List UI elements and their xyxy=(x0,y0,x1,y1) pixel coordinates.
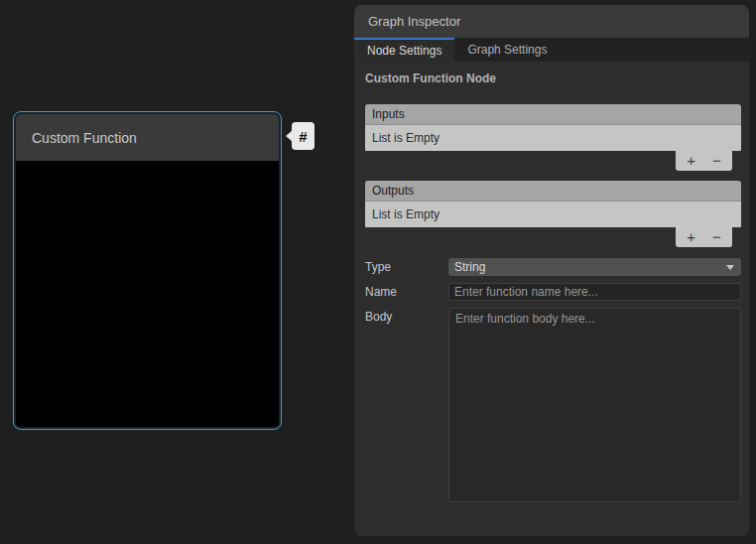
body-row: Body xyxy=(365,308,741,502)
graph-inspector-panel: Graph Inspector Node Settings Graph Sett… xyxy=(354,5,749,536)
add-icon[interactable]: + xyxy=(682,152,701,170)
hash-badge-icon[interactable]: # xyxy=(292,122,315,150)
hash-glyph: # xyxy=(299,128,307,145)
add-icon[interactable]: + xyxy=(682,228,701,246)
type-label: Type xyxy=(365,258,448,276)
custom-function-node[interactable]: Custom Function xyxy=(13,111,282,430)
inputs-list: Inputs List is Empty + − xyxy=(365,104,741,171)
function-name-input[interactable] xyxy=(448,283,741,301)
outputs-list-header-label: Outputs xyxy=(372,184,414,198)
inspector-titlebar[interactable]: Graph Inspector xyxy=(354,5,749,38)
outputs-list-empty-row: List is Empty xyxy=(365,202,741,227)
inputs-list-footer: + − xyxy=(365,151,741,171)
node-container: Custom Function xyxy=(16,114,279,427)
outputs-list-header: Outputs xyxy=(365,181,741,202)
inspector-content: Custom Function Node Inputs List is Empt… xyxy=(354,62,749,536)
remove-icon[interactable]: − xyxy=(706,152,726,170)
node-header[interactable]: Custom Function xyxy=(16,114,279,161)
type-dropdown-value: String xyxy=(454,260,485,274)
shader-graph-screen: Custom Function # Graph Inspector Node S… xyxy=(0,0,756,544)
inspector-title: Graph Inspector xyxy=(368,14,460,29)
tab-node-settings-label: Node Settings xyxy=(367,44,441,58)
tab-graph-settings[interactable]: Graph Settings xyxy=(454,38,560,62)
type-dropdown[interactable]: String xyxy=(448,258,741,276)
name-label: Name xyxy=(365,283,448,301)
node-title: Custom Function xyxy=(32,130,137,146)
body-label: Body xyxy=(365,308,448,502)
inspector-tabbar: Node Settings Graph Settings xyxy=(354,38,749,62)
tab-node-settings[interactable]: Node Settings xyxy=(354,38,454,62)
outputs-footer-box: + − xyxy=(676,227,732,247)
outputs-list-footer: + − xyxy=(365,227,741,247)
tab-graph-settings-label: Graph Settings xyxy=(467,43,547,57)
inputs-list-header: Inputs xyxy=(365,104,741,125)
type-row: Type String xyxy=(365,258,741,276)
remove-icon[interactable]: − xyxy=(706,228,726,246)
inputs-empty-label: List is Empty xyxy=(372,131,440,145)
node-body xyxy=(16,161,279,427)
inputs-list-header-label: Inputs xyxy=(372,107,405,121)
section-title: Custom Function Node xyxy=(365,71,741,85)
function-body-textarea[interactable] xyxy=(448,308,741,502)
outputs-list: Outputs List is Empty + − xyxy=(365,181,741,247)
name-row: Name xyxy=(365,283,741,301)
dropdown-arrow-icon xyxy=(726,265,734,270)
inputs-footer-box: + − xyxy=(676,151,732,171)
inputs-list-empty-row: List is Empty xyxy=(365,125,741,151)
outputs-empty-label: List is Empty xyxy=(372,207,440,221)
